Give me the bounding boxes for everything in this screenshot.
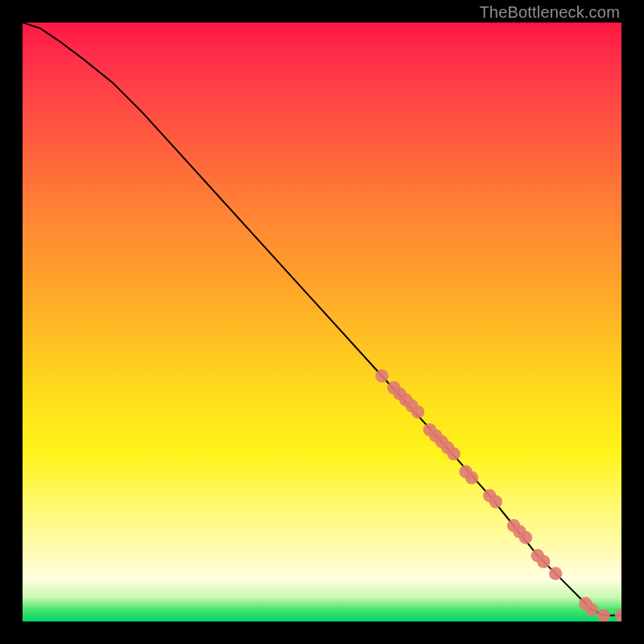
watermark-text: TheBottleneck.com (479, 3, 620, 22)
data-point (615, 609, 621, 621)
data-point (489, 495, 502, 508)
data-point (537, 555, 550, 568)
data-point (585, 603, 598, 616)
data-point (549, 567, 562, 580)
data-point (411, 405, 424, 418)
data-point (519, 531, 532, 544)
curve-line (23, 23, 621, 616)
plot-area (23, 23, 621, 621)
points-group (375, 369, 621, 621)
data-point (465, 471, 478, 484)
chart-svg (23, 23, 621, 621)
data-point (375, 369, 388, 382)
data-point (597, 609, 610, 621)
chart-stage: TheBottleneck.com (0, 0, 644, 644)
data-point (448, 448, 460, 460)
